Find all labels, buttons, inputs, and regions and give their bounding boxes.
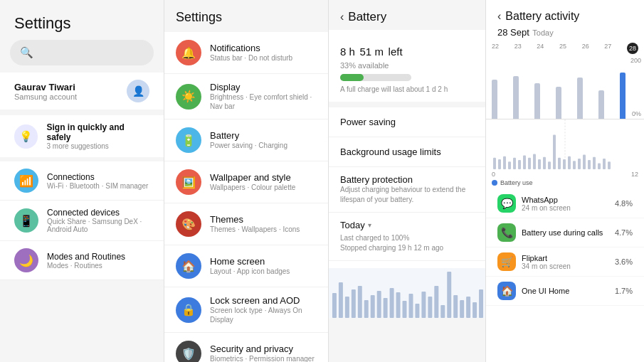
home-screen-text: Home screen Layout · App icon badges <box>210 256 290 276</box>
svg-rect-38 <box>558 158 561 169</box>
settings-item-themes[interactable]: 🎨 Themes Themes · Wallpapers · Icons <box>164 203 328 245</box>
date-27: 27 <box>604 43 611 54</box>
bar-group-23 <box>513 76 532 119</box>
power-saving-option[interactable]: Power saving <box>329 107 485 137</box>
suggestion-text: Sign in quickly and safely 3 more sugges… <box>46 122 149 150</box>
security-icon: 🛡️ <box>176 341 201 362</box>
svg-rect-44 <box>588 160 591 169</box>
svg-rect-7 <box>371 295 375 318</box>
battery-full-charge-estimate: A full charge will last about 1 d 2 h <box>340 85 474 93</box>
battery-panel: ‹ Battery 8 h 51 m left 33% available A … <box>329 0 486 362</box>
date-22: 22 <box>492 43 499 54</box>
background-usage-option[interactable]: Background usage limits <box>329 137 485 167</box>
battery-activity-date: 28 Sept Today <box>486 26 644 43</box>
settings-item-display[interactable]: ☀️ Display Brightness · Eye comfort shie… <box>164 74 328 119</box>
themes-sub: Themes · Wallpapers · Icons <box>210 225 300 234</box>
battery-legend: Battery use <box>486 178 644 189</box>
connections-label: Connections <box>47 172 148 182</box>
svg-rect-12 <box>403 301 407 318</box>
svg-rect-25 <box>493 158 496 169</box>
svg-rect-20 <box>453 295 458 318</box>
date-24: 24 <box>537 43 544 54</box>
legend-label: Battery use <box>500 179 533 186</box>
battery-activity-back-button[interactable]: ‹ <box>497 10 501 23</box>
svg-rect-14 <box>415 304 419 318</box>
settings-item-lock-screen[interactable]: 🔒 Lock screen and AOD Screen lock type ·… <box>164 287 328 333</box>
battery-protection-section[interactable]: Battery protection Adjust charging behav… <box>329 167 485 213</box>
suggestion-item[interactable]: 💡 Sign in quickly and safely 3 more sugg… <box>0 115 164 157</box>
whatsapp-info: WhatsApp 24 m on screen <box>522 196 609 212</box>
bar-gray-23 <box>513 76 519 119</box>
user-account-label: Samsung account <box>14 92 77 101</box>
settings-list-panel: Settings 🔔 Notifications Status bar · Do… <box>164 0 329 362</box>
settings-item-security[interactable]: 🛡️ Security and privacy Biometrics · Per… <box>164 333 328 362</box>
date-labels-row: 22 23 24 25 26 27 28 <box>486 43 644 55</box>
battery-back-button[interactable]: ‹ <box>340 11 344 23</box>
battery-today-section[interactable]: Today ▾ Last charged to 100% Stopped cha… <box>329 213 485 261</box>
svg-rect-15 <box>421 292 426 318</box>
battery-protection-sub: Adjust charging behaviour to extend the … <box>340 185 474 205</box>
connected-devices-label: Connected devices <box>47 208 149 218</box>
settings-list: 🔔 Notifications Status bar · Do not dist… <box>164 32 328 362</box>
modes-routines-text: Modes and Routines Modes · Routines <box>47 252 125 270</box>
search-bar[interactable]: 🔍 <box>10 40 154 65</box>
svg-rect-23 <box>473 302 477 318</box>
settings-item-home-screen[interactable]: 🏠 Home screen Layout · App icon badges <box>164 245 328 287</box>
date-25: 25 <box>559 43 566 54</box>
svg-rect-17 <box>434 286 438 318</box>
app-item-battery-calls[interactable]: 📞 Battery use during calls 4.7% <box>486 218 644 247</box>
settings-item-battery[interactable]: 🔋 Battery Power saving · Charging <box>164 119 328 161</box>
today-label: Today <box>532 28 553 37</box>
dropdown-arrow-icon: ▾ <box>368 221 371 229</box>
battery-today-sub2: Stopped charging 19 h 12 m ago <box>340 243 474 253</box>
y-label-0: 0% <box>632 110 641 117</box>
svg-rect-22 <box>466 297 470 318</box>
app-item-whatsapp[interactable]: 💬 WhatsApp 24 m on screen 4.8% <box>486 189 644 218</box>
themes-text: Themes Themes · Wallpapers · Icons <box>210 214 300 234</box>
svg-rect-48 <box>608 161 611 169</box>
sidebar-item-modes-routines[interactable]: 🌙 Modes and Routines Modes · Routines <box>0 241 164 280</box>
settings-item-wallpaper[interactable]: 🖼️ Wallpaper and style Wallpapers · Colo… <box>164 161 328 203</box>
connections-text: Connections Wi-Fi · Bluetooth · SIM mana… <box>47 172 148 190</box>
wallpaper-sub: Wallpapers · Colour palette <box>210 183 295 192</box>
chart-time-labels: 0 12 <box>486 169 644 178</box>
panel1-items-list: 📶 Connections Wi-Fi · Bluetooth · SIM ma… <box>0 161 164 280</box>
battery-today-sub1: Last charged to 100% <box>340 233 474 243</box>
flipkart-sub: 34 m on screen <box>522 262 609 270</box>
security-label: Security and privacy <box>210 344 315 354</box>
modes-routines-icon: 🌙 <box>14 248 38 272</box>
one-ui-home-info: One UI Home <box>522 287 609 295</box>
svg-rect-31 <box>523 156 526 169</box>
one-ui-home-name: One UI Home <box>522 287 609 295</box>
notifications-sub: Status bar · Do not disturb <box>210 53 292 63</box>
home-screen-label: Home screen <box>210 256 290 267</box>
date-26: 26 <box>582 43 589 54</box>
user-info: Gaurav Tiwari Samsung account <box>14 82 77 101</box>
svg-rect-27 <box>503 156 506 169</box>
battery-mins: 51 m <box>360 46 384 58</box>
svg-rect-26 <box>498 159 501 169</box>
battery-left-label: left <box>389 46 403 58</box>
battery-bar-fill <box>340 74 364 81</box>
battery-activity-panel: ‹ Battery activity 28 Sept Today 22 23 2… <box>486 0 644 362</box>
svg-rect-40 <box>568 156 571 169</box>
user-account-section[interactable]: Gaurav Tiwari Samsung account 👤 <box>0 73 164 110</box>
sidebar-item-connections[interactable]: 📶 Connections Wi-Fi · Bluetooth · SIM ma… <box>0 161 164 201</box>
app-battery-list: 💬 WhatsApp 24 m on screen 4.8% 📞 Battery… <box>486 189 644 306</box>
settings-item-notifications[interactable]: 🔔 Notifications Status bar · Do not dist… <box>164 32 328 74</box>
bar-group-26 <box>577 78 596 119</box>
svg-rect-11 <box>396 292 401 318</box>
sidebar-item-connected-devices[interactable]: 📱 Connected devices Quick Share · Samsun… <box>0 201 164 241</box>
modes-routines-label: Modes and Routines <box>47 252 125 262</box>
svg-rect-8 <box>377 291 381 318</box>
battery-available: 33% available <box>340 61 474 70</box>
app-item-one-ui-home[interactable]: 🏠 One UI Home 1.7% <box>486 277 644 306</box>
svg-rect-47 <box>603 159 606 169</box>
connections-icon: 📶 <box>14 169 38 193</box>
svg-rect-24 <box>479 289 483 318</box>
date-28-active: 28 <box>627 43 638 54</box>
app-item-flipkart[interactable]: 🛒 Flipkart 34 m on screen 3.6% <box>486 247 644 277</box>
whatsapp-sub: 24 m on screen <box>522 204 609 212</box>
svg-rect-9 <box>384 298 388 318</box>
bar-group-24 <box>534 83 553 119</box>
